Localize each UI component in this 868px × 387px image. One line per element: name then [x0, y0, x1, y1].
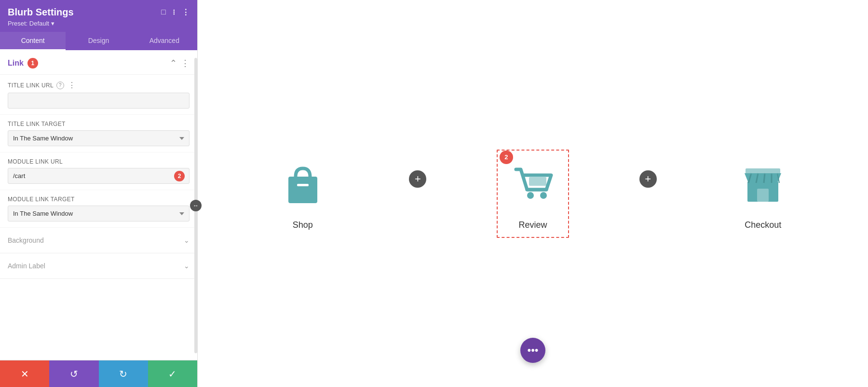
blurb-shop[interactable]: Shop — [276, 157, 329, 230]
undo-button[interactable]: ↺ — [49, 360, 98, 387]
grid-icon[interactable]: ⁝ — [173, 8, 175, 17]
title-link-target-group: Title Link Target In The Same Window In … — [0, 115, 197, 152]
title-link-url-group: Title Link URL ? ⋮ — [0, 75, 197, 115]
background-collapse-icon: ⌄ — [184, 236, 190, 244]
panel-header: Blurb Settings □ ⁝ ⋮ Preset: Default — [0, 0, 197, 32]
more-options-icon[interactable]: ⋮ — [182, 8, 190, 17]
review-label: Review — [518, 220, 547, 230]
review-badge: 2 — [500, 151, 513, 164]
shop-icon — [276, 157, 329, 210]
module-link-target-select[interactable]: In The Same Window In A New Tab — [8, 206, 190, 221]
fab-icon: ••• — [527, 344, 538, 357]
link-section-title: Link 1 — [8, 58, 38, 69]
module-link-url-input[interactable] — [8, 168, 190, 184]
link-section-actions: ⌃ ⋮ — [170, 58, 190, 69]
panel-title-icons: □ ⁝ ⋮ — [161, 8, 190, 17]
link-section-header: Link 1 ⌃ ⋮ — [0, 50, 197, 75]
panel-title-row: Blurb Settings □ ⁝ ⋮ — [8, 7, 190, 18]
save-button[interactable]: ✓ — [148, 360, 197, 387]
canvas: Shop + 2 Review + — [198, 0, 868, 387]
background-section-header[interactable]: Background ⌄ — [0, 228, 197, 253]
admin-label-collapse-icon: ⌄ — [184, 262, 190, 270]
svg-rect-5 — [529, 177, 546, 186]
module-link-url-badge: 2 — [174, 171, 185, 181]
title-link-url-more[interactable]: ⋮ — [68, 81, 76, 90]
link-title-text: Link — [8, 59, 24, 68]
bottom-bar: ✕ ↺ ↻ ✓ — [0, 360, 197, 387]
resize-handle[interactable]: ↔ — [190, 200, 202, 211]
title-link-url-input[interactable] — [8, 93, 190, 109]
title-link-target-label: Title Link Target — [8, 121, 190, 127]
title-link-url-help[interactable]: ? — [56, 82, 64, 89]
panel-tabs: Content Design Advanced — [0, 32, 197, 50]
module-link-url-label: Module Link URL — [8, 158, 190, 165]
panel-title: Blurb Settings — [8, 7, 74, 18]
module-link-target-group: Module Link Target In The Same Window In… — [0, 190, 197, 228]
link-section-more-icon[interactable]: ⋮ — [181, 58, 190, 69]
checkout-label: Checkout — [745, 220, 781, 230]
module-link-target-label: Module Link Target — [8, 196, 190, 203]
svg-point-3 — [527, 192, 534, 199]
checkout-icon — [736, 157, 789, 210]
cancel-button[interactable]: ✕ — [0, 360, 49, 387]
panel-body: Link 1 ⌃ ⋮ Title Link URL ? ⋮ Title Link… — [0, 50, 197, 360]
shop-label: Shop — [293, 220, 313, 230]
review-icon — [506, 157, 559, 210]
background-section: Background ⌄ — [0, 228, 197, 253]
minimize-icon[interactable]: □ — [161, 8, 166, 17]
svg-rect-1 — [297, 184, 309, 186]
tab-content[interactable]: Content — [0, 32, 66, 50]
preset-selector[interactable]: Preset: Default — [8, 20, 190, 27]
link-section-badge: 1 — [27, 58, 38, 69]
add-btn-1[interactable]: + — [409, 170, 426, 188]
title-link-target-select[interactable]: In The Same Window In A New Tab — [8, 130, 190, 146]
module-link-url-input-wrapper: 2 — [8, 168, 190, 184]
svg-point-4 — [540, 192, 547, 199]
svg-rect-8 — [746, 168, 780, 174]
admin-label-section-header[interactable]: Admin Label ⌄ — [0, 253, 197, 278]
admin-label-section: Admin Label ⌄ — [0, 253, 197, 279]
module-link-url-group: Module Link URL 2 — [0, 152, 197, 190]
svg-rect-7 — [757, 189, 769, 202]
left-panel: Blurb Settings □ ⁝ ⋮ Preset: Default Con… — [0, 0, 198, 387]
title-link-url-label: Title Link URL ? ⋮ — [8, 81, 190, 90]
tab-advanced[interactable]: Advanced — [132, 32, 197, 50]
admin-label-section-title: Admin Label — [8, 262, 45, 270]
tab-design[interactable]: Design — [66, 32, 131, 50]
svg-rect-0 — [288, 177, 317, 203]
blurb-checkout[interactable]: Checkout — [736, 157, 789, 230]
add-btn-2[interactable]: + — [639, 170, 657, 188]
blurb-review[interactable]: 2 Review — [506, 157, 559, 230]
background-section-title: Background — [8, 236, 44, 244]
link-section-collapse-icon[interactable]: ⌃ — [170, 58, 177, 69]
fab-button[interactable]: ••• — [520, 338, 545, 363]
redo-button[interactable]: ↻ — [99, 360, 148, 387]
scroll-divider: ↔ — [194, 58, 197, 353]
